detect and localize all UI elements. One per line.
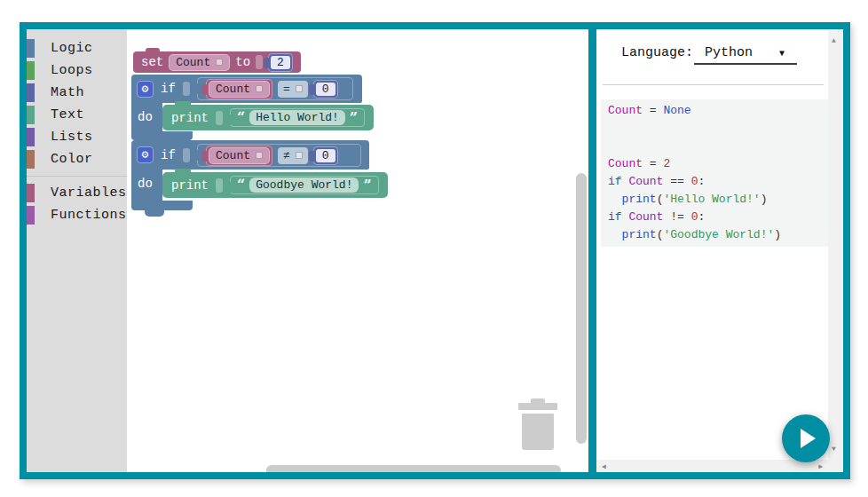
output-panel: Language: Python ▼ Count = None Count = … (588, 29, 843, 472)
scroll-right-icon[interactable]: ▶ (818, 462, 823, 470)
do-keyword: do (138, 110, 153, 124)
sidebar-item-loops[interactable]: Loops (27, 59, 127, 82)
sidebar-item-label: Loops (51, 63, 93, 78)
run-button[interactable] (782, 414, 830, 462)
generated-code: Count = None Count = 2 if Count == 0: pr… (601, 99, 832, 247)
sidebar-item-variables[interactable]: Variables (27, 182, 127, 204)
block-number[interactable]: 0 (313, 146, 338, 165)
variable-dropdown-field[interactable]: Count (209, 147, 270, 164)
code-token (608, 193, 622, 206)
app-window: Logic Loops Math Text Lists Color Variab… (20, 22, 850, 479)
chevron-down-icon: ▼ (779, 49, 785, 59)
value-socket (256, 55, 263, 69)
trash-icon[interactable] (518, 398, 557, 450)
code-line (608, 120, 832, 138)
sidebar-item-functions[interactable]: Functions (27, 204, 127, 226)
category-color-swatch (27, 39, 35, 58)
block-print[interactable]: print “ Hello World! ” (162, 105, 374, 130)
category-color-swatch (27, 83, 35, 102)
text-field[interactable]: Goodbye World! (249, 178, 359, 193)
block-variable-get[interactable]: Count (206, 146, 272, 166)
panel-horizontal-scrollbar[interactable]: ◀ ▶ (596, 460, 828, 472)
if-bottom-bar (131, 201, 193, 210)
variable-dropdown-field[interactable]: Count (169, 54, 230, 71)
code-line: Count = None (608, 102, 832, 120)
workspace-canvas[interactable]: set Count to 2 ⚙ if Count (127, 29, 588, 472)
canvas-horizontal-scrollbar[interactable] (266, 465, 561, 472)
gear-icon[interactable]: ⚙ (137, 81, 154, 98)
code-token: Count (628, 175, 663, 188)
scroll-left-icon[interactable]: ◀ (602, 462, 606, 470)
code-token: == (663, 175, 690, 188)
code-token: 'Goodbye World!' (663, 228, 774, 241)
category-color-swatch (27, 128, 35, 146)
sidebar-item-label: Logic (51, 41, 93, 56)
block-logic-compare[interactable]: Count ≠ 0 (197, 144, 361, 167)
value-socket (216, 111, 223, 125)
code-token: if (608, 175, 628, 188)
variable-name: Count (216, 83, 250, 96)
category-separator (27, 176, 127, 177)
print-keyword: print (171, 178, 209, 193)
operator-dropdown-field[interactable]: = (278, 81, 308, 98)
text-field[interactable]: Hello World! (249, 110, 345, 125)
sidebar-item-color[interactable]: Color (27, 148, 127, 170)
code-token: Count (628, 210, 663, 224)
number-field[interactable]: 0 (316, 149, 335, 162)
play-icon (801, 429, 816, 448)
language-select[interactable]: Python ▼ (694, 42, 797, 65)
dropdown-arrow-icon (216, 59, 223, 66)
code-token: != (663, 210, 690, 224)
dropdown-arrow-icon (296, 85, 303, 92)
next-connector-tab (145, 210, 164, 217)
dropdown-arrow-icon (256, 85, 263, 92)
operator-dropdown-field[interactable]: ≠ (278, 147, 308, 164)
language-row: Language: Python ▼ (596, 42, 828, 68)
number-field[interactable]: 0 (316, 83, 335, 96)
language-label: Language: (621, 45, 693, 60)
code-line: Count = 2 (608, 155, 832, 173)
sidebar-item-label: Color (51, 152, 93, 167)
do-keyword: do (138, 177, 153, 191)
block-variable-get[interactable]: Count (206, 79, 272, 99)
variable-dropdown-field[interactable]: Count (209, 81, 270, 98)
block-text[interactable]: “ Goodbye World! ” (230, 176, 379, 194)
toolbox-sidebar: Logic Loops Math Text Lists Color Variab… (27, 29, 127, 472)
block-text[interactable]: “ Hello World! ” (230, 108, 365, 127)
sidebar-item-logic[interactable]: Logic (27, 37, 127, 59)
code-line (608, 138, 832, 155)
to-keyword: to (235, 55, 250, 69)
scroll-down-icon[interactable]: ▼ (832, 445, 836, 453)
condition-socket (183, 82, 190, 96)
sidebar-item-text[interactable]: Text (27, 104, 127, 126)
variable-name: Count (216, 149, 250, 162)
sidebar-item-label: Text (51, 107, 84, 122)
code-token: ) (761, 193, 768, 206)
code-token: : (698, 210, 705, 224)
sidebar-item-lists[interactable]: Lists (27, 126, 127, 148)
category-color-swatch (27, 61, 35, 80)
block-number[interactable]: 0 (313, 80, 338, 99)
open-quote-icon: “ (237, 178, 245, 193)
block-logic-compare[interactable]: Count = 0 (197, 77, 353, 100)
sidebar-item-label: Math (51, 85, 84, 100)
sidebar-item-math[interactable]: Math (27, 82, 127, 104)
code-line: if Count == 0: (608, 173, 832, 191)
canvas-vertical-scrollbar[interactable] (576, 173, 587, 444)
variable-name: Count (176, 56, 210, 69)
code-line: print('Goodbye World!') (608, 226, 832, 244)
close-quote-icon: ” (363, 178, 371, 193)
if-keyword: if (161, 148, 176, 162)
scroll-up-icon[interactable]: ▲ (832, 36, 836, 44)
code-token: = (643, 157, 663, 170)
gear-icon[interactable]: ⚙ (137, 146, 154, 163)
code-token: Count (608, 157, 643, 170)
if-keyword: if (161, 82, 176, 96)
block-print[interactable]: print “ Goodbye World! ” (162, 172, 388, 198)
block-set-variable[interactable]: set Count to 2 (133, 51, 301, 73)
number-field[interactable]: 2 (271, 56, 290, 69)
trash-lid (518, 403, 557, 410)
block-number[interactable]: 2 (268, 53, 293, 72)
panel-vertical-scrollbar[interactable]: ▲ ▼ (828, 29, 843, 460)
sidebar-item-label: Lists (51, 130, 93, 145)
